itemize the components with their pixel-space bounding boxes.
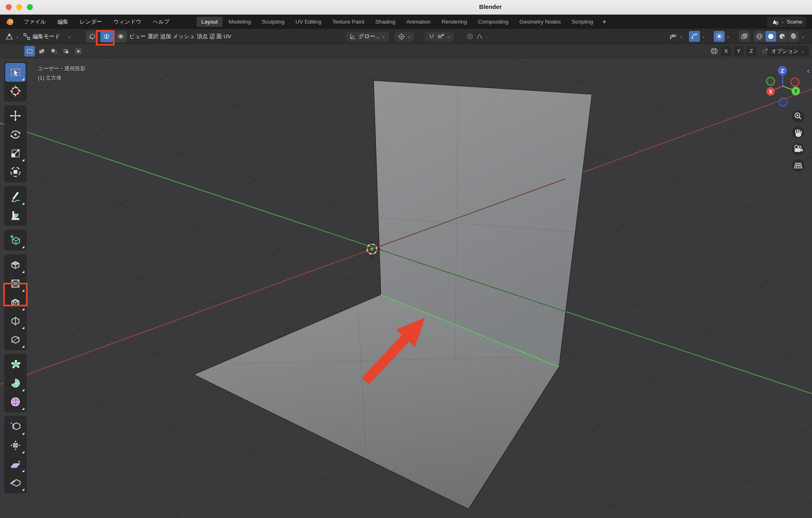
viewport-3d[interactable]: Z X Y <box>0 58 812 518</box>
select-invert-icon <box>63 48 70 55</box>
zoom-button[interactable] <box>792 111 804 123</box>
mirror-butterfly-icon <box>710 47 719 56</box>
tab-modeling[interactable]: Modeling <box>224 17 256 27</box>
ortho-toggle-button[interactable] <box>792 159 804 171</box>
object-visibility-dropdown[interactable]: ⌄ <box>668 29 683 44</box>
symmetry-z-button[interactable]: Z <box>746 46 756 56</box>
proportional-edit-icon[interactable] <box>466 33 474 40</box>
toolbar-group-annotate <box>4 186 27 226</box>
menu-add[interactable]: 追加 <box>160 33 171 40</box>
tool-select-box-button[interactable] <box>5 63 26 82</box>
zoom-window-button[interactable] <box>27 4 33 10</box>
mode-selector[interactable]: 編集モード ⌄ <box>23 29 71 44</box>
menu-view[interactable]: ビュー <box>129 33 146 40</box>
tool-add-cube-button[interactable] <box>5 231 26 249</box>
cursor-3d-icon <box>9 85 22 97</box>
pan-button[interactable] <box>792 126 804 139</box>
tool-edge-slide-button[interactable] <box>5 417 26 436</box>
transform-orientation-dropdown[interactable]: グロー... ⌄ <box>346 29 389 44</box>
show-gizmos-button[interactable] <box>689 31 700 42</box>
tool-smooth-button[interactable] <box>5 392 26 411</box>
tab-shading[interactable]: Shading <box>370 17 400 27</box>
chevron-down-icon: ⌄ <box>702 34 705 39</box>
tab-layout[interactable]: Layout <box>197 17 223 27</box>
tool-rotate-button[interactable] <box>5 125 26 144</box>
rip-region-icon <box>9 477 22 489</box>
tab-uv-editing[interactable]: UV Editing <box>291 17 326 27</box>
wireframe-shading-button[interactable] <box>754 31 765 42</box>
menu-edge[interactable]: 辺 <box>209 33 215 40</box>
menu-face[interactable]: 面 <box>216 33 222 40</box>
material-preview-button[interactable] <box>777 31 788 42</box>
editor-type-button[interactable]: ⌄ <box>5 29 19 44</box>
tool-annotate-button[interactable] <box>5 187 26 206</box>
show-overlays-button[interactable] <box>714 31 725 42</box>
toggle-xray-button[interactable] <box>739 31 750 42</box>
tool-loop-cut-button[interactable] <box>5 312 26 330</box>
select-op-invert-button[interactable] <box>61 46 71 56</box>
pivot-point-dropdown[interactable]: ⌄ <box>395 29 414 44</box>
chevron-down-icon: ⌄ <box>801 34 805 39</box>
menu-select[interactable]: 選択 <box>147 33 158 40</box>
blender-logo-icon[interactable] <box>5 17 15 27</box>
rendered-shading-button[interactable] <box>788 31 799 42</box>
tool-poly-build-button[interactable] <box>5 355 26 374</box>
tool-options-corner <box>22 488 24 491</box>
collapse-panel-icon[interactable]: ‹ <box>807 67 810 75</box>
tool-knife-button[interactable] <box>5 330 26 349</box>
solid-shading-button[interactable] <box>765 31 776 42</box>
gizmo-axis-neg-z[interactable] <box>779 98 787 106</box>
select-op-extend-button[interactable] <box>37 46 47 56</box>
chevron-down-icon: ⌄ <box>15 34 19 39</box>
select-op-subtract-button[interactable] <box>49 46 59 56</box>
navigation-gizmo[interactable]: Z X Y <box>767 66 800 106</box>
tab-animation[interactable]: Animation <box>402 17 436 27</box>
scene-selector[interactable]: ⌄ Scene <box>767 17 807 27</box>
menu-file[interactable]: ファイル <box>18 17 52 27</box>
toolbar-group-mesh-edit-2 <box>4 354 27 412</box>
menu-help[interactable]: ヘルプ <box>147 17 175 27</box>
tool-shrink-fatten-button[interactable] <box>5 436 26 455</box>
tool-transform-button[interactable] <box>5 163 26 181</box>
view-name-text: ユーザー・透視投影 <box>38 64 86 74</box>
menu-edit[interactable]: 編集 <box>52 17 74 27</box>
tab-compositing[interactable]: Compositing <box>473 17 513 27</box>
menu-window[interactable]: ウィンドウ <box>108 17 147 27</box>
camera-view-button[interactable] <box>792 143 804 155</box>
menu-uv[interactable]: UV <box>223 33 231 39</box>
close-window-button[interactable] <box>6 4 12 10</box>
tool-shear-button[interactable] <box>5 455 26 473</box>
menu-render[interactable]: レンダー <box>74 17 108 27</box>
tab-geometry-nodes[interactable]: Geometry Nodes <box>514 17 566 27</box>
menu-mesh[interactable]: メッシュ <box>173 33 195 40</box>
face-select-mode-button[interactable] <box>114 31 127 42</box>
minimize-window-button[interactable] <box>16 4 22 10</box>
menu-vertex[interactable]: 頂点 <box>197 33 207 40</box>
tool-extrude-region-button[interactable] <box>5 256 26 274</box>
symmetry-x-button[interactable]: X <box>721 46 731 56</box>
snap-magnet-icon[interactable] <box>428 33 435 40</box>
gizmo-axis-neg-x[interactable] <box>791 78 799 86</box>
falloff-curve-icon[interactable] <box>475 33 484 40</box>
tool-move-button[interactable] <box>5 106 26 125</box>
tool-rip-region-button[interactable] <box>5 473 26 492</box>
tool-options-corner <box>22 432 24 435</box>
select-op-intersect-button[interactable] <box>73 46 84 56</box>
tab-sculpting[interactable]: Sculpting <box>257 17 289 27</box>
gizmo-axis-neg-y[interactable] <box>767 77 775 85</box>
snap-target-icon[interactable] <box>437 33 445 40</box>
tab-texture-paint[interactable]: Texture Paint <box>327 17 369 27</box>
tool-measure-button[interactable] <box>5 206 26 225</box>
tab-rendering[interactable]: Rendering <box>437 17 472 27</box>
tool-options-dropdown[interactable]: オプション ⌄ <box>767 44 809 58</box>
pivot-point-icon <box>398 33 405 40</box>
select-op-set-button[interactable] <box>24 46 35 56</box>
tool-cursor-button[interactable] <box>5 82 26 100</box>
overlays-icon <box>715 33 723 40</box>
tool-spin-button[interactable] <box>5 374 26 392</box>
tool-scale-button[interactable] <box>5 144 26 163</box>
add-workspace-button[interactable]: + <box>599 17 609 26</box>
cursor-3d[interactable] <box>363 241 380 258</box>
tab-scripting[interactable]: Scripting <box>567 17 598 27</box>
symmetry-y-button[interactable]: Y <box>734 46 744 56</box>
